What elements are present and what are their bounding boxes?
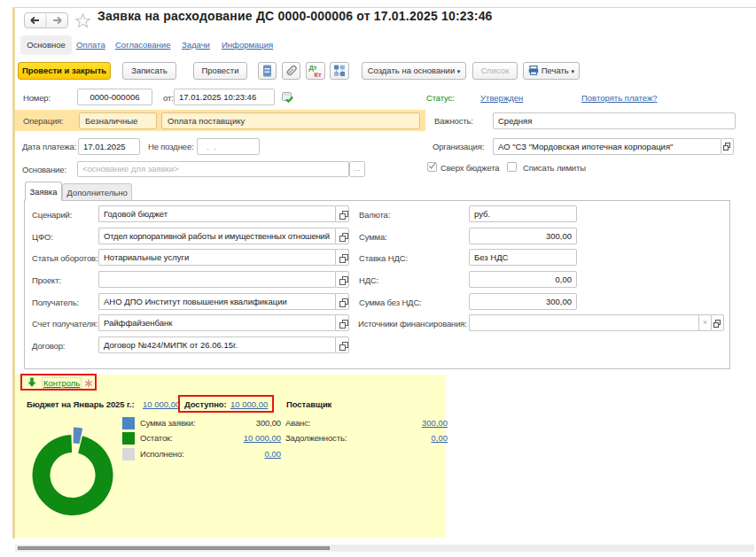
svg-text:Кт: Кт — [315, 71, 323, 79]
